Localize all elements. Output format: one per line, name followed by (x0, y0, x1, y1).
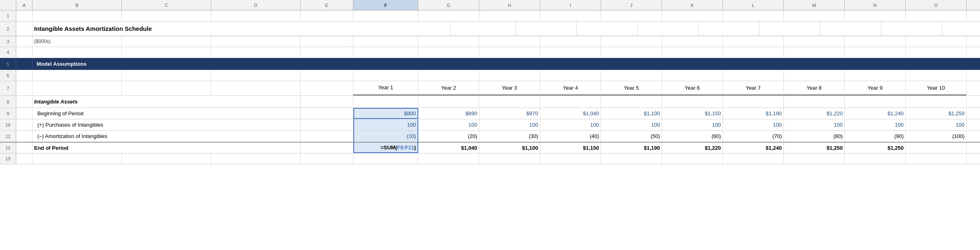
cell-k9[interactable]: $1,150 (662, 108, 723, 119)
cell-m11[interactable]: (80) (784, 131, 845, 142)
cell-j6[interactable] (601, 70, 662, 81)
cell-n10[interactable]: 100 (845, 119, 906, 130)
cell-n1[interactable] (845, 11, 906, 21)
cell-b4[interactable] (32, 47, 122, 58)
cell-f1[interactable] (353, 11, 418, 21)
cell-l10[interactable]: 100 (723, 119, 784, 130)
cell-a7[interactable] (16, 81, 32, 95)
cell-n11[interactable]: (90) (845, 131, 906, 142)
cell-o9[interactable]: $1,250 (906, 108, 967, 119)
cell-c13[interactable] (122, 153, 211, 164)
cell-a13[interactable] (16, 153, 32, 164)
cell-n12[interactable]: $1,250 (845, 142, 906, 153)
cell-a11[interactable] (16, 131, 32, 142)
cell-m9[interactable]: $1,220 (784, 108, 845, 119)
col-header-e[interactable]: E (301, 0, 353, 10)
cell-n8[interactable] (845, 96, 906, 108)
cell-m8[interactable] (784, 96, 845, 108)
cell-l9[interactable]: $1,190 (723, 108, 784, 119)
col-header-c[interactable]: C (122, 0, 211, 10)
cell-g12[interactable]: $1,040 (418, 142, 479, 153)
cell-m4[interactable] (784, 47, 845, 58)
cell-j4[interactable] (601, 47, 662, 58)
col-header-d[interactable]: D (211, 0, 301, 10)
cell-a3[interactable] (16, 36, 32, 47)
cell-l3[interactable] (723, 36, 784, 47)
cell-f11[interactable]: (10) (353, 131, 418, 142)
cell-k6[interactable] (662, 70, 723, 81)
cell-f13[interactable] (353, 153, 418, 164)
cell-i13[interactable] (540, 153, 601, 164)
cell-h8[interactable] (479, 96, 540, 108)
col-header-o[interactable]: O (906, 0, 967, 10)
cell-e3[interactable] (301, 36, 353, 47)
cell-c4[interactable] (122, 47, 211, 58)
cell-f2[interactable] (451, 22, 516, 36)
col-header-i[interactable]: I (540, 0, 601, 10)
cell-g4[interactable] (418, 47, 479, 58)
cell-l12[interactable]: $1,240 (723, 142, 784, 153)
cell-g3[interactable] (418, 36, 479, 47)
cell-e6[interactable] (301, 70, 353, 81)
cell-f6[interactable] (353, 70, 418, 81)
cell-d3[interactable] (211, 36, 301, 47)
cell-n9[interactable]: $1,240 (845, 108, 906, 119)
cell-o8[interactable] (906, 96, 967, 108)
cell-o4[interactable] (906, 47, 967, 58)
cell-e2[interactable] (398, 22, 451, 36)
cell-f12-formula[interactable]: =SUM(F9:F11) (353, 142, 418, 153)
cell-a9[interactable] (16, 108, 32, 119)
cell-a12[interactable] (16, 142, 32, 153)
cell-n2[interactable] (942, 22, 980, 36)
cell-a5[interactable] (16, 58, 32, 70)
cell-d7[interactable] (211, 81, 301, 95)
cell-o10[interactable]: 100 (906, 119, 967, 130)
cell-f4[interactable] (353, 47, 418, 58)
cell-m2[interactable] (881, 22, 942, 36)
cell-j12[interactable]: $1,190 (601, 142, 662, 153)
cell-k3[interactable] (662, 36, 723, 47)
cell-j13[interactable] (601, 153, 662, 164)
cell-o11[interactable]: (100) (906, 131, 967, 142)
cell-m6[interactable] (784, 70, 845, 81)
cell-g6[interactable] (418, 70, 479, 81)
cell-o1[interactable] (906, 11, 967, 21)
cell-l13[interactable] (723, 153, 784, 164)
col-header-f[interactable]: F (353, 0, 418, 10)
cell-m3[interactable] (784, 36, 845, 47)
cell-b7[interactable] (32, 81, 122, 95)
cell-k4[interactable] (662, 47, 723, 58)
cell-i4[interactable] (540, 47, 601, 58)
cell-l1[interactable] (723, 11, 784, 21)
cell-d6[interactable] (211, 70, 301, 81)
cell-h4[interactable] (479, 47, 540, 58)
cell-i12[interactable]: $1,150 (540, 142, 601, 153)
cell-h11[interactable]: (30) (479, 131, 540, 142)
cell-l8[interactable] (723, 96, 784, 108)
col-header-h[interactable]: H (479, 0, 540, 10)
cell-g9[interactable]: $890 (418, 108, 479, 119)
cell-e12[interactable] (301, 142, 353, 153)
cell-i8[interactable] (540, 96, 601, 108)
cell-j8[interactable] (601, 96, 662, 108)
cell-i11[interactable]: (40) (540, 131, 601, 142)
cell-c3[interactable] (122, 36, 211, 47)
cell-f10[interactable]: 100 (353, 119, 418, 130)
cell-i6[interactable] (540, 70, 601, 81)
cell-title[interactable]: Intangible Assets Amortization Schedule (32, 22, 398, 36)
cell-e11[interactable] (301, 131, 353, 142)
cell-h6[interactable] (479, 70, 540, 81)
cell-k1[interactable] (662, 11, 723, 21)
cell-f9-selected[interactable]: $800 (353, 108, 418, 119)
cell-k2[interactable] (759, 22, 820, 36)
cell-j2[interactable] (699, 22, 759, 36)
cell-i3[interactable] (540, 36, 601, 47)
cell-e1[interactable] (301, 11, 353, 21)
cell-h9[interactable]: $970 (479, 108, 540, 119)
col-header-g[interactable]: G (418, 0, 479, 10)
cell-a1[interactable] (16, 11, 32, 21)
cell-a10[interactable] (16, 119, 32, 130)
cell-h1[interactable] (479, 11, 540, 21)
cell-k13[interactable] (662, 153, 723, 164)
cell-c6[interactable] (122, 70, 211, 81)
